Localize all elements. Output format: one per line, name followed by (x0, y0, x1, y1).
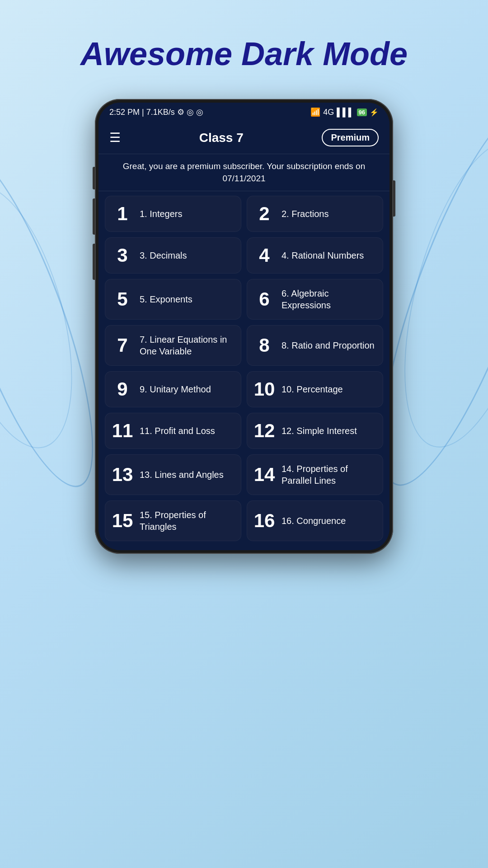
volume-down-button (93, 244, 95, 280)
chapter-title-14: 14. Properties of Parallel Lines (282, 463, 376, 486)
chapter-title-16: 16. Congruence (282, 515, 346, 527)
chapter-number-16: 16 (253, 511, 275, 530)
status-data: 7.1KB/s (146, 108, 175, 117)
premium-button[interactable]: Premium (322, 129, 379, 146)
signal-icon: ▌▌▌ (337, 108, 354, 117)
chapter-number-6: 6 (253, 290, 275, 309)
chapter-card-10[interactable]: 1010. Percentage (247, 371, 383, 407)
chapter-number-1: 1 (112, 204, 133, 223)
chapter-number-13: 13 (112, 465, 133, 484)
chapter-card-1[interactable]: 11. Integers (105, 196, 241, 232)
chapter-title-10: 10. Percentage (282, 383, 343, 395)
app-header: ☰ Class 7 Premium (99, 122, 389, 154)
network-icon: 4G (323, 108, 334, 117)
chapter-card-3[interactable]: 33. Decimals (105, 237, 241, 274)
chapter-card-5[interactable]: 55. Exponents (105, 279, 241, 320)
chapter-number-11: 11 (112, 421, 133, 440)
phone-screen: 2:52 PM | 7.1KB/s ⚙ ◎ ◎ 📶 4G ▌▌▌ 96 ⚡ ☰ … (99, 103, 389, 550)
volume-up-button (93, 198, 95, 235)
subscription-notice: Great, you are a premium subscriber. You… (99, 154, 389, 191)
phone-mockup: 2:52 PM | 7.1KB/s ⚙ ◎ ◎ 📶 4G ▌▌▌ 96 ⚡ ☰ … (95, 99, 393, 554)
menu-icon[interactable]: ☰ (109, 130, 121, 145)
chapter-card-11[interactable]: 1111. Profit and Loss (105, 413, 241, 449)
wifi-icon: 📶 (310, 107, 320, 117)
chapter-title-15: 15. Properties of Triangles (140, 509, 235, 533)
chapter-card-16[interactable]: 1616. Congruence (247, 500, 383, 541)
page-title: Awesome Dark Mode (80, 36, 408, 72)
chapter-title-12: 12. Simple Interest (282, 425, 357, 437)
chapter-number-8: 8 (253, 336, 275, 355)
chapter-number-9: 9 (112, 380, 133, 399)
chapter-card-4[interactable]: 44. Rational Numbers (247, 237, 383, 274)
chapters-grid: 11. Integers22. Fractions33. Decimals44.… (99, 191, 389, 550)
chapter-number-3: 3 (112, 246, 133, 265)
chapter-title-13: 13. Lines and Angles (140, 469, 224, 481)
status-time-data: 2:52 PM | 7.1KB/s ⚙ ◎ ◎ (109, 107, 203, 117)
chapter-title-1: 1. Integers (140, 208, 183, 220)
charging-icon: ⚡ (370, 108, 379, 117)
chapter-number-10: 10 (253, 380, 275, 399)
chapter-number-2: 2 (253, 204, 275, 223)
battery-icon: 96 (357, 108, 367, 116)
chapter-title-9: 9. Unitary Method (140, 383, 211, 395)
chapter-number-7: 7 (112, 336, 133, 355)
chapter-number-4: 4 (253, 246, 275, 265)
chapter-title-7: 7. Linear Equations in One Variable (140, 334, 235, 357)
chapter-number-14: 14 (253, 465, 275, 484)
chapter-number-15: 15 (112, 511, 133, 530)
status-bar: 2:52 PM | 7.1KB/s ⚙ ◎ ◎ 📶 4G ▌▌▌ 96 ⚡ (99, 103, 389, 122)
mute-button (93, 167, 95, 189)
chapter-card-9[interactable]: 99. Unitary Method (105, 371, 241, 407)
status-icons: 📶 4G ▌▌▌ 96 ⚡ (310, 107, 379, 117)
app-header-title: Class 7 (199, 131, 244, 145)
chapter-title-11: 11. Profit and Loss (140, 425, 215, 437)
chapter-title-3: 3. Decimals (140, 250, 187, 261)
chapter-card-15[interactable]: 1515. Properties of Triangles (105, 500, 241, 541)
chapter-title-6: 6. Algebraic Expressions (282, 288, 376, 311)
chapter-card-7[interactable]: 77. Linear Equations in One Variable (105, 325, 241, 366)
chapter-title-4: 4. Rational Numbers (282, 250, 364, 261)
chapter-card-6[interactable]: 66. Algebraic Expressions (247, 279, 383, 320)
chapter-title-5: 5. Exponents (140, 293, 192, 305)
chapter-number-5: 5 (112, 290, 133, 309)
status-time: 2:52 PM (109, 108, 140, 117)
power-button (393, 180, 395, 217)
chapter-title-2: 2. Fractions (282, 208, 328, 220)
chapter-title-8: 8. Ratio and Proportion (282, 340, 375, 351)
chapter-number-12: 12 (253, 421, 275, 440)
chapter-card-13[interactable]: 1313. Lines and Angles (105, 454, 241, 495)
chapter-card-14[interactable]: 1414. Properties of Parallel Lines (247, 454, 383, 495)
chapter-card-8[interactable]: 88. Ratio and Proportion (247, 325, 383, 366)
chapter-card-12[interactable]: 1212. Simple Interest (247, 413, 383, 449)
chapter-card-2[interactable]: 22. Fractions (247, 196, 383, 232)
